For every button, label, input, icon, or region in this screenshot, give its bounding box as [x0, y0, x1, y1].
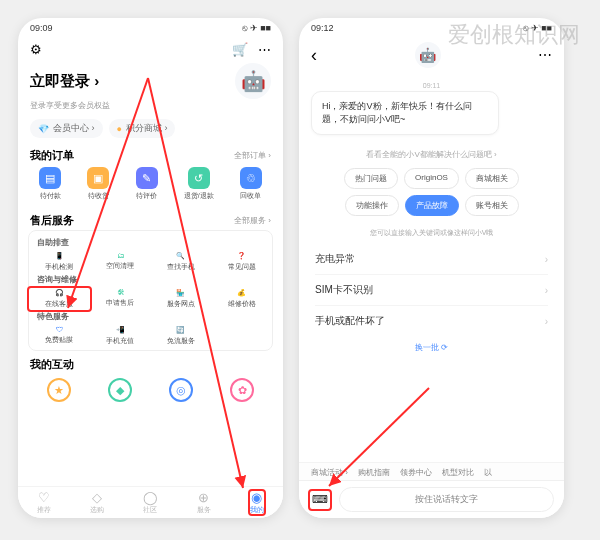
pill-account[interactable]: 账号相关 [465, 195, 519, 216]
more-icon[interactable]: ⋯ [258, 42, 271, 57]
avatar[interactable]: 🤖 [235, 63, 271, 99]
sugg-more[interactable]: 以 [484, 467, 492, 478]
back-button[interactable]: ‹ [311, 45, 317, 66]
svc-faq[interactable]: ❓常见问题 [211, 250, 272, 274]
chevron-right-icon: › [545, 316, 548, 327]
svc-store[interactable]: 🏪服务网点 [151, 287, 212, 311]
tab-shop[interactable]: ◇选购 [90, 490, 104, 515]
chip-member[interactable]: 💎 会员中心 › [30, 119, 103, 138]
svc-find-phone[interactable]: 🔍查找手机 [151, 250, 212, 274]
q-charge[interactable]: 充电异常› [315, 244, 548, 275]
service-box: 自助排查 📱手机检测 🗂空间清理 🔍查找手机 ❓常见问题 咨询与维修 🎧在线客服… [28, 230, 273, 351]
interact-2[interactable]: ◆ [108, 378, 132, 402]
settings-icon[interactable]: ⚙ [30, 42, 42, 57]
phone-right: 09:12 ⎋ ✈ ■■ ‹ 🤖 ⋯ 09:11 Hi，亲爱的V粉，新年快乐！有… [299, 18, 564, 518]
chevron-right-icon: › [545, 285, 548, 296]
chat-avatar: 🤖 [415, 42, 441, 68]
sugg-guide[interactable]: 购机指南 [358, 467, 390, 478]
message-time: 09:11 [311, 80, 552, 91]
keyboard-icon[interactable]: ⌨ [309, 489, 331, 511]
tab-service[interactable]: ⊕服务 [197, 490, 211, 515]
status-time: 09:09 [30, 23, 53, 33]
order-refund[interactable]: ↺退货/退款 [184, 167, 214, 201]
orders-title: 我的订单 [30, 148, 74, 163]
tab-bar: ♡推荐 ◇选购 ◯社区 ⊕服务 ◉我的 [18, 486, 283, 518]
pill-originos[interactable]: OriginOS [404, 168, 459, 189]
svc-phone-check[interactable]: 📱手机检测 [29, 250, 90, 274]
interact-3[interactable]: ◎ [169, 378, 193, 402]
status-bar: 09:09 ⎋ ✈ ■■ [18, 18, 283, 38]
page-watermark: 爱创根知识网 [448, 20, 580, 50]
tab-community[interactable]: ◯社区 [143, 490, 158, 515]
special-label: 特色服务 [29, 311, 272, 324]
aftersales-all-link[interactable]: 全部服务 › [234, 215, 271, 226]
cart-icon[interactable]: 🛒 [232, 42, 248, 57]
login-title[interactable]: 立即登录 › [30, 72, 99, 91]
svc-film[interactable]: 🛡免费贴膜 [29, 324, 90, 348]
interact-4[interactable]: ✿ [230, 378, 254, 402]
svc-nodata[interactable]: 🔄免流服务 [151, 324, 212, 348]
chip-points[interactable]: ● 积分商城 › [109, 119, 176, 138]
selfcheck-label: 自助排查 [29, 237, 272, 250]
interact-1[interactable]: ★ [47, 378, 71, 402]
pill-shop[interactable]: 商城相关 [465, 168, 519, 189]
q-broken[interactable]: 手机或配件坏了› [315, 306, 548, 336]
order-pending-receive[interactable]: ▣待收货 [87, 167, 109, 201]
coin-icon: ● [117, 124, 122, 134]
pill-row: 热门问题 OriginOS 商城相关 功能操作 产品故障 账号相关 [299, 166, 564, 222]
orders-all-link[interactable]: 全部订单 › [234, 150, 271, 161]
interact-title: 我的互动 [30, 357, 74, 372]
aftersales-title: 售后服务 [30, 213, 74, 228]
pill-function[interactable]: 功能操作 [345, 195, 399, 216]
svc-online-service[interactable]: 🎧在线客服 [29, 287, 90, 311]
chevron-right-icon: › [545, 254, 548, 265]
input-bar: ⌨ 按住说话转文字 [299, 480, 564, 518]
refresh-button[interactable]: 换一批 ⟳ [299, 336, 564, 359]
svc-apply-aftersale[interactable]: 🛠申请售后 [90, 287, 151, 311]
order-recycle[interactable]: ♲回收单 [240, 167, 262, 201]
order-pending-pay[interactable]: ▤待付款 [39, 167, 61, 201]
suggestion-bar: 商城活动 › 购机指南 领券中心 机型对比 以 [299, 462, 564, 482]
sugg-promo[interactable]: 商城活动 › [311, 467, 348, 478]
status-right: ⎋ ✈ ■■ [242, 23, 271, 33]
prompt-text[interactable]: 看看全能的小V都能解决什么问题吧 › [299, 143, 564, 166]
phone-left: 09:09 ⎋ ✈ ■■ ⚙ 🛒 ⋯ 立即登录 › 🤖 登录享受更多会员权益 💎… [18, 18, 283, 518]
voice-input[interactable]: 按住说话转文字 [339, 487, 554, 512]
sugg-coupon[interactable]: 领券中心 [400, 467, 432, 478]
q-sim[interactable]: SIM卡不识别› [315, 275, 548, 306]
svc-repair-price[interactable]: 💰维修价格 [211, 287, 272, 311]
svc-clean[interactable]: 🗂空间清理 [90, 250, 151, 274]
login-subtitle: 登录享受更多会员权益 [18, 100, 283, 115]
order-pending-review[interactable]: ✎待评价 [136, 167, 158, 201]
sugg-compare[interactable]: 机型对比 [442, 467, 474, 478]
chat-bubble: Hi，亲爱的V粉，新年快乐！有什么问题，不妨问问小V吧~ [311, 91, 499, 135]
pill-fault[interactable]: 产品故障 [405, 195, 459, 216]
tab-mine[interactable]: ◉我的 [250, 490, 264, 515]
consult-label: 咨询与维修 [29, 274, 272, 287]
status-time-2: 09:12 [311, 23, 334, 33]
svc-recharge[interactable]: 📲手机充值 [90, 324, 151, 348]
pill-hot[interactable]: 热门问题 [344, 168, 398, 189]
tab-recommend[interactable]: ♡推荐 [37, 490, 51, 515]
hint-text: 您可以直接输入关键词或像这样问小V哦 [299, 222, 564, 244]
diamond-icon: 💎 [38, 124, 49, 134]
